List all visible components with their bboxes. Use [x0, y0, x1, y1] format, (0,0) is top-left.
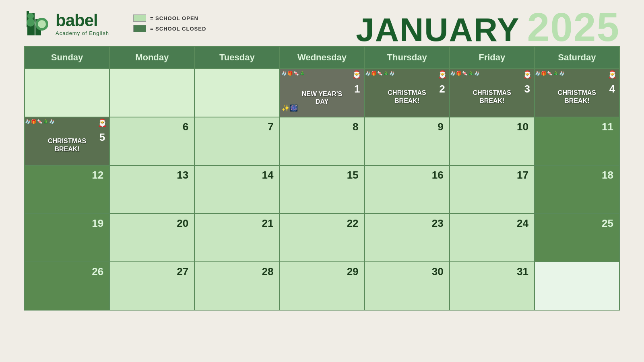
logo-text-block: babel Academy of English: [56, 11, 109, 36]
week-row-4: 19 20 21 22 23 24 25: [25, 214, 619, 262]
day-4: 🎅 🧦🎁🍬🎄🧦 4 CHRISTMASBREAK!: [535, 69, 619, 117]
calendar-table: Sunday Monday Tuesday Wednesday Thursday…: [24, 46, 620, 311]
week-row-2: 🎅 🧦🎁🍬🎄🧦 5 CHRISTMASBREAK! 6 7 8 9 10 11: [25, 117, 619, 165]
day-num-22: 22: [282, 216, 360, 230]
day-23: 23: [365, 214, 450, 262]
xmas-deco-4: 🎅 🧦🎁🍬🎄🧦: [535, 69, 619, 82]
day-22: 22: [279, 214, 364, 262]
day-21: 21: [194, 214, 279, 262]
day-empty-2: [109, 69, 194, 117]
day-27: 27: [109, 262, 194, 310]
day-19: 19: [25, 214, 109, 262]
day-num-14: 14: [197, 168, 275, 181]
day-num-25: 25: [537, 216, 615, 230]
garland-5: 🧦🎁🍬🎄🧦: [25, 119, 55, 124]
day-num-16: 16: [367, 168, 445, 181]
xmas-label-5: CHRISTMASBREAK!: [29, 137, 105, 152]
day-7: 7: [194, 117, 279, 165]
day-28: 28: [194, 262, 279, 310]
legend-open-label: = SCHOOL OPEN: [150, 15, 198, 21]
day-num-17: 17: [452, 168, 530, 181]
col-tuesday: Tuesday: [194, 46, 279, 69]
day-num-24: 24: [452, 216, 530, 230]
event-xmas-4: CHRISTMASBREAK!: [539, 89, 615, 104]
day-31: 31: [450, 262, 535, 310]
day-num-13: 13: [112, 168, 190, 181]
xmas-label-3: CHRISTMASBREAK!: [454, 89, 530, 104]
col-sunday: Sunday: [25, 46, 109, 69]
day-num-19: 19: [27, 216, 105, 230]
day-15: 15: [279, 165, 364, 214]
xmas-label-4: CHRISTMASBREAK!: [539, 89, 615, 104]
week-row-3: 12 13 14 15 16 17 18: [25, 165, 619, 214]
year-text: 2025: [527, 4, 620, 50]
day-9: 9: [365, 117, 450, 165]
day-14: 14: [194, 165, 279, 214]
logo-subtitle-text: Academy of English: [56, 30, 109, 36]
day-6: 6: [109, 117, 194, 165]
day-num-21: 21: [197, 216, 275, 230]
xmas-deco-2: 🎅 🧦🎁🍬🎄🧦: [365, 69, 449, 82]
day-num-31: 31: [452, 265, 530, 278]
svg-point-6: [27, 19, 35, 27]
day-10: 10: [450, 117, 535, 165]
day-num-10: 10: [452, 120, 530, 133]
day-20: 20: [109, 214, 194, 262]
day-num-23: 23: [367, 216, 445, 230]
day-1: 🎅 🧦🎁🍬🎄 1 ✨🎆 NEW YEAR'SDAY: [279, 69, 364, 117]
day-empty-last: [535, 262, 619, 310]
day-num-8: 8: [282, 120, 360, 133]
day-12: 12: [25, 165, 109, 214]
event-newyear: NEW YEAR'SDAY: [284, 90, 360, 105]
day-num-7: 7: [197, 120, 275, 133]
day-25: 25: [535, 214, 619, 262]
logo-babel-text: babel: [56, 11, 109, 30]
day-num-11: 11: [537, 120, 615, 133]
garland-2: 🧦🎁🍬🎄🧦: [365, 71, 395, 76]
day-num-12: 12: [27, 168, 105, 181]
santa-hat-4: 🎅: [608, 70, 617, 79]
xmas-deco-3: 🎅 🧦🎁🍬🎄🧦: [450, 69, 534, 82]
day-30: 30: [365, 262, 450, 310]
day-13: 13: [109, 165, 194, 214]
day-17: 17: [450, 165, 535, 214]
day-2: 🎅 🧦🎁🍬🎄🧦 2 CHRISTMASBREAK!: [365, 69, 450, 117]
svg-point-3: [38, 20, 46, 28]
santa-hat-2: 🎅: [438, 70, 447, 79]
santa-hat-1: 🎅: [352, 70, 361, 79]
day-5: 🎅 🧦🎁🍬🎄🧦 5 CHRISTMASBREAK!: [25, 117, 109, 165]
day-3: 🎅 🧦🎁🍬🎄🧦 3 CHRISTMASBREAK!: [450, 69, 535, 117]
day-16: 16: [365, 165, 450, 214]
santa-hat-3: 🎅: [523, 70, 532, 79]
legend-closed-label: = SCHOOL CLOSED: [150, 26, 206, 32]
legend-open-box: [133, 14, 146, 22]
day-empty-1: [25, 69, 109, 117]
day-num-20: 20: [112, 216, 190, 230]
day-18: 18: [535, 165, 619, 214]
xmas-deco-5: 🎅 🧦🎁🍬🎄🧦: [25, 117, 109, 130]
santa-hat-5: 🎅: [98, 118, 107, 127]
day-num-26: 26: [27, 265, 105, 278]
legend: = SCHOOL OPEN = SCHOOL CLOSED: [133, 14, 206, 32]
logo-area: babel Academy of English: [24, 7, 109, 39]
day-26: 26: [25, 262, 109, 310]
logo-icon: [24, 7, 52, 39]
day-8: 8: [279, 117, 364, 165]
day-num-30: 30: [367, 265, 445, 278]
col-monday: Monday: [109, 46, 194, 69]
col-wednesday: Wednesday: [279, 46, 364, 69]
day-num-9: 9: [367, 120, 445, 133]
day-num-29: 29: [282, 265, 360, 278]
legend-closed-box: [133, 25, 146, 32]
day-num-27: 27: [112, 265, 190, 278]
garland-4: 🧦🎁🍬🎄🧦: [535, 71, 565, 76]
week-row-1: 🎅 🧦🎁🍬🎄 1 ✨🎆 NEW YEAR'SDAY 🎅 🧦🎁🍬🎄🧦 2 CHR: [25, 69, 619, 117]
day-num-28: 28: [197, 265, 275, 278]
month-name: JANUARY: [356, 11, 520, 49]
day-num-15: 15: [282, 168, 360, 181]
xmas-deco-1: 🎅 🧦🎁🍬🎄: [280, 69, 364, 82]
event-xmas-2: CHRISTMASBREAK!: [369, 89, 445, 104]
xmas-label-2: CHRISTMASBREAK!: [369, 89, 445, 104]
day-num-18: 18: [537, 168, 615, 181]
day-empty-3: [194, 69, 279, 117]
